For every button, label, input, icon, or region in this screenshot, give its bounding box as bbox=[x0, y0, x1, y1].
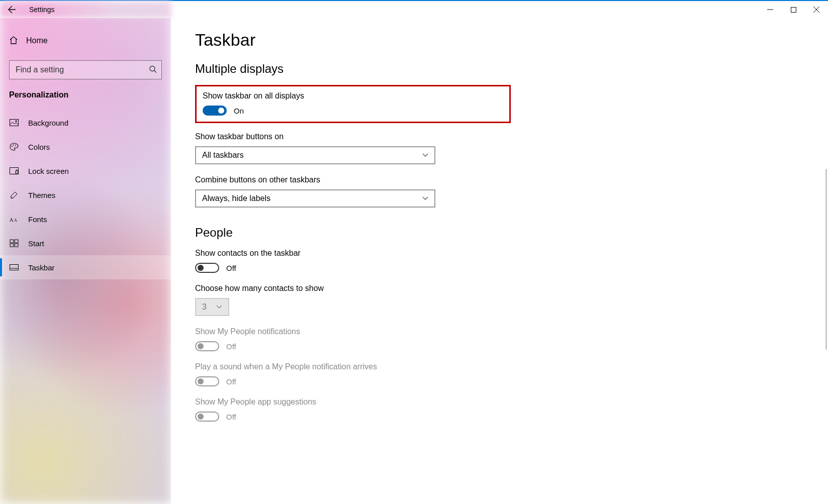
setting-label: Play a sound when a My People notificati… bbox=[195, 362, 563, 371]
toggle-show-contacts[interactable] bbox=[195, 263, 219, 273]
sidebar-item-label: Taskbar bbox=[28, 263, 55, 272]
sidebar-item-label: Start bbox=[28, 239, 44, 248]
svg-point-4 bbox=[12, 146, 13, 147]
svg-rect-12 bbox=[15, 240, 18, 243]
section-people: People bbox=[195, 226, 563, 240]
svg-rect-16 bbox=[10, 268, 19, 270]
svg-rect-2 bbox=[10, 120, 19, 126]
search-icon bbox=[149, 65, 157, 75]
svg-rect-13 bbox=[10, 244, 14, 247]
toggle-show-taskbar-all-displays[interactable] bbox=[203, 106, 227, 116]
sidebar-item-label: Colors bbox=[28, 143, 50, 151]
dropdown-show-taskbar-buttons-on[interactable]: All taskbars bbox=[195, 146, 435, 164]
toggle-my-people-notifications bbox=[195, 341, 219, 351]
setting-label: Choose how many contacts to show bbox=[195, 284, 563, 293]
scrollbar[interactable] bbox=[825, 169, 827, 350]
dropdown-contacts-count[interactable]: 3 bbox=[195, 298, 229, 316]
toggle-state-text: On bbox=[234, 107, 244, 115]
sidebar-section-title: Personalization bbox=[0, 79, 171, 106]
sidebar-item-label: Background bbox=[28, 119, 68, 127]
sidebar-item-colors[interactable]: Colors bbox=[0, 135, 171, 159]
maximize-button[interactable] bbox=[782, 1, 805, 18]
close-icon bbox=[813, 7, 819, 13]
sidebar-item-lock-screen[interactable]: Lock screen bbox=[0, 159, 171, 183]
setting-label: Combine buttons on other taskbars bbox=[195, 175, 563, 184]
svg-point-6 bbox=[15, 145, 16, 146]
dropdown-value: 3 bbox=[202, 303, 207, 312]
svg-rect-0 bbox=[791, 7, 796, 12]
chevron-down-icon bbox=[422, 195, 428, 201]
themes-icon bbox=[9, 191, 19, 199]
setting-label: Show My People app suggestions bbox=[195, 397, 563, 407]
sidebar-item-background[interactable]: Background bbox=[0, 111, 171, 135]
sidebar-item-label: Fonts bbox=[28, 215, 47, 224]
lock-screen-icon bbox=[9, 167, 19, 174]
search-input[interactable] bbox=[9, 60, 162, 79]
close-button[interactable] bbox=[805, 1, 828, 18]
titlebar: Settings bbox=[0, 0, 828, 18]
dropdown-value: Always, hide labels bbox=[202, 194, 270, 203]
toggle-my-people-sound bbox=[195, 376, 219, 386]
sidebar-item-fonts[interactable]: AA Fonts bbox=[0, 207, 171, 231]
chevron-down-icon bbox=[422, 152, 428, 158]
setting-label: Show taskbar on all displays bbox=[203, 91, 503, 100]
svg-point-1 bbox=[150, 66, 155, 71]
main-content: Taskbar Multiple displays Show taskbar o… bbox=[171, 18, 828, 504]
sidebar-item-start[interactable]: Start bbox=[0, 231, 171, 255]
toggle-state-text: Off bbox=[226, 377, 236, 386]
svg-point-5 bbox=[13, 145, 14, 146]
sidebar-item-themes[interactable]: Themes bbox=[0, 183, 171, 207]
window-title: Settings bbox=[29, 6, 55, 14]
minimize-button[interactable] bbox=[759, 1, 782, 18]
chevron-down-icon bbox=[216, 304, 222, 310]
start-icon bbox=[9, 240, 19, 247]
setting-label: Show taskbar buttons on bbox=[195, 132, 563, 141]
home-label: Home bbox=[26, 36, 48, 45]
toggle-state-text: Off bbox=[226, 342, 236, 351]
sidebar-item-label: Themes bbox=[28, 191, 55, 199]
setting-label: Show contacts on the taskbar bbox=[195, 249, 563, 258]
arrow-left-icon bbox=[8, 6, 16, 14]
home-icon bbox=[9, 36, 18, 46]
picture-icon bbox=[9, 119, 19, 126]
toggle-state-text: Off bbox=[226, 264, 236, 272]
svg-text:A: A bbox=[10, 217, 14, 223]
toggle-my-people-suggestions bbox=[195, 412, 219, 422]
sidebar-item-taskbar[interactable]: Taskbar bbox=[0, 255, 171, 279]
svg-rect-15 bbox=[10, 265, 19, 270]
minimize-icon bbox=[767, 7, 773, 13]
svg-rect-11 bbox=[10, 240, 14, 243]
sidebar: Home Personalization Background Colors bbox=[0, 18, 171, 504]
palette-icon bbox=[9, 143, 19, 151]
highlight-show-taskbar-all-displays: Show taskbar on all displays On bbox=[195, 85, 511, 123]
toggle-state-text: Off bbox=[226, 413, 236, 421]
maximize-icon bbox=[791, 7, 796, 13]
taskbar-icon bbox=[9, 264, 19, 270]
fonts-icon: AA bbox=[9, 216, 19, 223]
back-button[interactable] bbox=[0, 1, 24, 19]
svg-rect-14 bbox=[15, 244, 18, 247]
section-multiple-displays: Multiple displays bbox=[195, 62, 563, 76]
svg-rect-8 bbox=[16, 171, 18, 173]
setting-label: Show My People notifications bbox=[195, 327, 563, 336]
sidebar-item-label: Lock screen bbox=[28, 167, 69, 175]
page-title: Taskbar bbox=[195, 30, 563, 50]
dropdown-value: All taskbars bbox=[202, 151, 244, 160]
svg-text:A: A bbox=[14, 218, 17, 223]
dropdown-combine-buttons[interactable]: Always, hide labels bbox=[195, 189, 435, 208]
svg-point-3 bbox=[16, 121, 17, 122]
home-nav[interactable]: Home bbox=[0, 27, 171, 54]
